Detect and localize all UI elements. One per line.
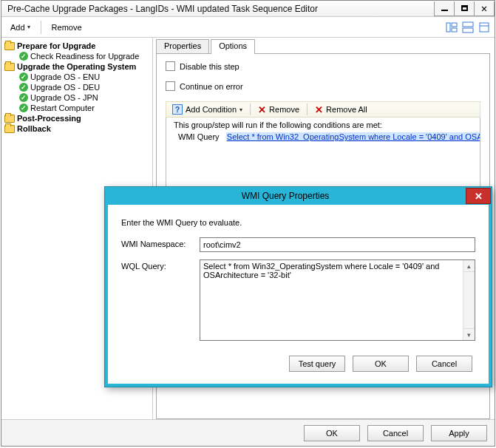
check-icon: ✓ bbox=[19, 93, 28, 102]
svg-rect-3 bbox=[463, 22, 473, 27]
scroll-up-arrow[interactable]: ▴ bbox=[463, 260, 475, 272]
separator bbox=[41, 21, 41, 34]
x-icon: ✕ bbox=[258, 104, 266, 115]
tree-group[interactable]: Post-Processing bbox=[1, 113, 152, 123]
dialog-titlebar: WMI Query Properties ✕ bbox=[105, 187, 492, 205]
continue-error-checkbox[interactable] bbox=[166, 81, 175, 91]
separator bbox=[307, 103, 308, 115]
tree-item[interactable]: ✓Upgrade OS - DEU bbox=[1, 82, 152, 92]
toolbar: Add▾ Remove bbox=[1, 17, 495, 38]
tree-item[interactable]: ✓Upgrade OS - JPN bbox=[1, 92, 152, 103]
question-icon: ? bbox=[172, 104, 183, 115]
disable-step-row: Disable this step bbox=[166, 61, 480, 71]
test-query-button[interactable]: Test query bbox=[289, 356, 345, 372]
window-close-button[interactable]: ✕ bbox=[474, 1, 495, 16]
svg-rect-4 bbox=[463, 28, 473, 33]
condition-type-label: WMI Query bbox=[178, 132, 220, 141]
namespace-input[interactable] bbox=[200, 237, 475, 252]
conditions-header-text: This group/step will run if the followin… bbox=[169, 119, 477, 131]
tree-item[interactable]: ✓Check Readiness for Upgrade bbox=[1, 51, 152, 61]
tree-group[interactable]: Prepare for Upgrade bbox=[1, 41, 152, 51]
cancel-button[interactable]: Cancel bbox=[367, 425, 424, 441]
tree-group[interactable]: Upgrade the Operating System bbox=[1, 61, 152, 72]
folder-icon bbox=[4, 63, 15, 71]
wql-textarea[interactable] bbox=[200, 260, 463, 340]
remove-button[interactable]: Remove bbox=[47, 21, 86, 33]
scroll-down-arrow[interactable]: ▾ bbox=[463, 328, 475, 340]
dialog-cancel-button[interactable]: Cancel bbox=[416, 356, 472, 372]
footer-buttons: OK Cancel Apply bbox=[1, 419, 495, 446]
tab-strip: Properties Options bbox=[156, 39, 490, 54]
minimize-button[interactable] bbox=[434, 1, 455, 16]
titlebar: Pre-Cache Upgrade Packages - LangIDs - W… bbox=[1, 1, 495, 17]
wmi-query-dialog: WMI Query Properties ✕ Enter the WMI Que… bbox=[104, 186, 492, 387]
svg-rect-5 bbox=[480, 23, 489, 32]
folder-icon bbox=[4, 42, 15, 50]
apply-button[interactable]: Apply bbox=[431, 425, 487, 441]
chevron-down-icon: ▾ bbox=[239, 106, 242, 113]
check-icon: ✓ bbox=[19, 72, 28, 81]
tab-properties[interactable]: Properties bbox=[156, 39, 209, 54]
wql-label: WQL Query: bbox=[121, 259, 194, 271]
check-icon: ✓ bbox=[19, 52, 28, 61]
tab-options[interactable]: Options bbox=[211, 39, 255, 54]
dialog-prompt: Enter the WMI Query to evaluate. bbox=[121, 218, 475, 227]
x-icon: ✕ bbox=[315, 104, 323, 115]
disable-step-checkbox[interactable] bbox=[166, 61, 175, 71]
separator bbox=[250, 103, 251, 115]
check-icon: ✓ bbox=[19, 103, 28, 112]
namespace-label: WMI Namespace: bbox=[121, 237, 194, 248]
dialog-title: WMI Query Properties bbox=[105, 191, 466, 201]
tree-item[interactable]: ✓Restart Computer bbox=[1, 103, 152, 113]
layout-icon-2[interactable] bbox=[462, 21, 474, 33]
dialog-close-button[interactable]: ✕ bbox=[466, 188, 491, 204]
tree-group[interactable]: Rollback bbox=[1, 123, 152, 134]
window-title: Pre-Cache Upgrade Packages - LangIDs - W… bbox=[7, 4, 435, 14]
ok-button[interactable]: OK bbox=[304, 425, 360, 441]
folder-icon bbox=[4, 125, 15, 133]
conditions-toolbar: ? Add Condition ▾ ✕ Remove ✕ Remove All bbox=[166, 101, 480, 118]
dialog-buttons: Test query OK Cancel bbox=[121, 348, 475, 378]
wql-textarea-wrap: ▴ ▾ bbox=[200, 259, 475, 341]
condition-value: Select * from Win32_OperatingSystem wher… bbox=[226, 132, 480, 141]
svg-rect-0 bbox=[446, 23, 450, 32]
folder-icon bbox=[4, 115, 15, 123]
maximize-button[interactable] bbox=[454, 1, 475, 16]
chevron-down-icon: ▾ bbox=[27, 24, 30, 30]
tree-item[interactable]: ✓Upgrade OS - ENU bbox=[1, 72, 152, 82]
continue-error-row: Continue on error bbox=[166, 81, 480, 91]
dialog-ok-button[interactable]: OK bbox=[353, 356, 409, 372]
condition-entry[interactable]: WMI Query Select * from Win32_OperatingS… bbox=[169, 131, 477, 143]
add-button[interactable]: Add▾ bbox=[6, 21, 35, 33]
remove-condition-button[interactable]: ✕ Remove bbox=[255, 103, 302, 116]
textarea-scrollbar[interactable]: ▴ ▾ bbox=[463, 260, 475, 340]
add-condition-button[interactable]: ? Add Condition ▾ bbox=[169, 103, 245, 115]
layout-icon-1[interactable] bbox=[446, 21, 458, 33]
svg-rect-1 bbox=[452, 23, 457, 27]
svg-rect-2 bbox=[452, 28, 457, 32]
check-icon: ✓ bbox=[19, 83, 28, 92]
continue-error-label: Continue on error bbox=[180, 82, 243, 91]
remove-all-conditions-button[interactable]: ✕ Remove All bbox=[312, 103, 370, 116]
disable-step-label: Disable this step bbox=[180, 62, 239, 71]
layout-icon-3[interactable] bbox=[478, 21, 490, 33]
